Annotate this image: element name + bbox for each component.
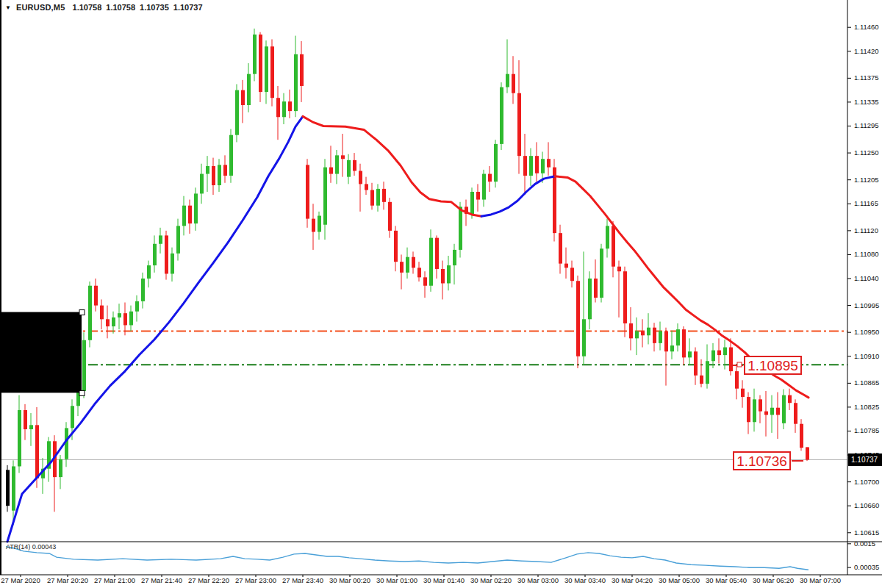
candle-body	[700, 376, 703, 384]
quote-open: 1.10758	[73, 3, 102, 12]
candle-body	[376, 189, 380, 206]
candle-body	[664, 331, 668, 352]
y-tick-label: 1.10825	[854, 403, 879, 411]
candle-body	[570, 268, 574, 281]
candle-body	[12, 466, 15, 510]
y-tick-label: 1.10660	[854, 501, 879, 509]
candle-body	[165, 235, 168, 273]
candle-body	[641, 331, 645, 336]
rectangle-drawing-object[interactable]	[0, 312, 82, 393]
y-tick-label: 1.10995	[854, 301, 879, 309]
candle-body	[306, 165, 309, 218]
candle-body	[512, 74, 515, 93]
candle-body	[335, 155, 339, 173]
candle-body	[176, 226, 180, 253]
candle-body	[353, 160, 356, 171]
candle-body	[782, 395, 786, 423]
candle-body	[247, 74, 251, 105]
candle-body	[182, 206, 186, 226]
x-tick-label: 27 Mar 2020	[1, 576, 40, 584]
candle-body	[282, 101, 286, 117]
candle-body	[24, 410, 27, 429]
selection-handle[interactable]	[79, 310, 85, 315]
ma-line-down	[303, 116, 481, 216]
candle-body	[194, 193, 198, 223]
candle-body	[429, 238, 433, 286]
selection-handle[interactable]	[79, 390, 85, 395]
y-tick-label: 1.11250	[854, 148, 879, 157]
x-tick-label: 30 Mar 04:20	[612, 576, 653, 584]
candle-body	[412, 257, 415, 268]
candle-body	[318, 216, 321, 232]
x-tick-label: 30 Mar 00:20	[329, 576, 370, 584]
candle-body	[759, 399, 762, 411]
x-tick-label: 30 Mar 01:00	[376, 576, 417, 584]
candle-body	[94, 286, 98, 306]
candle-body	[459, 207, 462, 250]
x-tick-label: 30 Mar 07:00	[800, 576, 841, 584]
x-tick-label: 30 Mar 03:40	[564, 576, 606, 584]
candle-body	[617, 267, 621, 272]
x-tick-label: 30 Mar 03:00	[517, 576, 559, 584]
candle-body	[206, 166, 209, 174]
quote-close: 1.10737	[173, 3, 203, 12]
candle-body	[529, 156, 533, 176]
candle-body	[294, 54, 298, 111]
y-tick-label: 1.10865	[854, 379, 879, 387]
x-tick-label: 30 Mar 06:20	[753, 576, 794, 584]
candle-body	[476, 192, 480, 200]
y-tick-label: 1.11040	[854, 274, 879, 282]
candle-body	[600, 248, 603, 298]
candle-body	[253, 35, 257, 74]
candle-body	[447, 265, 451, 283]
candle-body	[635, 331, 639, 339]
candle-body	[606, 226, 609, 248]
candle-body	[706, 361, 709, 384]
x-tick-label: 30 Mar 05:00	[659, 576, 700, 584]
candle-body	[494, 144, 498, 182]
candle-body	[171, 254, 174, 274]
candle-body	[506, 74, 509, 87]
candle-body	[259, 35, 262, 92]
candle-body	[453, 250, 456, 265]
quote-high: 1.10758	[106, 3, 135, 12]
candle-body	[329, 168, 333, 174]
candle-body	[100, 306, 104, 320]
candle-body	[218, 165, 221, 185]
candle-body	[659, 331, 662, 343]
x-tick-label: 30 Mar 02:20	[470, 576, 512, 584]
price-text-object-upper[interactable]: 1.10895	[744, 356, 802, 375]
symbol-dropdown-icon[interactable]: ▼	[5, 4, 11, 11]
candle-body	[676, 329, 680, 345]
candle-body	[394, 231, 398, 262]
candle-body	[159, 235, 162, 243]
candle-body	[694, 351, 698, 376]
candle-body	[541, 159, 545, 173]
candle-body	[406, 257, 409, 273]
candle-body	[147, 265, 151, 279]
x-tick-label: 27 Mar 21:00	[94, 576, 135, 584]
symbol-timeframe-label: EURUSD,M5	[16, 3, 65, 12]
candle-body	[523, 156, 527, 176]
candle-body	[200, 174, 204, 194]
candle-body	[359, 171, 362, 184]
candle-body	[112, 318, 115, 326]
atr-line	[6, 547, 808, 570]
candle-body	[582, 319, 586, 356]
candle-body	[470, 192, 474, 214]
candle-body	[265, 46, 268, 92]
candle-body	[323, 168, 327, 225]
candle-body	[71, 406, 74, 428]
candle-body	[806, 447, 809, 459]
candle-body	[59, 459, 62, 477]
candle-body	[729, 348, 733, 372]
y-tick-label: 1.10950	[854, 328, 879, 336]
upper-label-anchor[interactable]	[737, 362, 742, 367]
price-text-object-lower[interactable]: 1.10736	[733, 451, 791, 470]
candle-body	[241, 90, 245, 105]
candle-body	[441, 269, 445, 284]
atr-tick-label: 0.00035	[854, 563, 879, 571]
candle-body	[35, 425, 39, 478]
candle-body	[300, 54, 304, 86]
candle-body	[382, 189, 386, 202]
